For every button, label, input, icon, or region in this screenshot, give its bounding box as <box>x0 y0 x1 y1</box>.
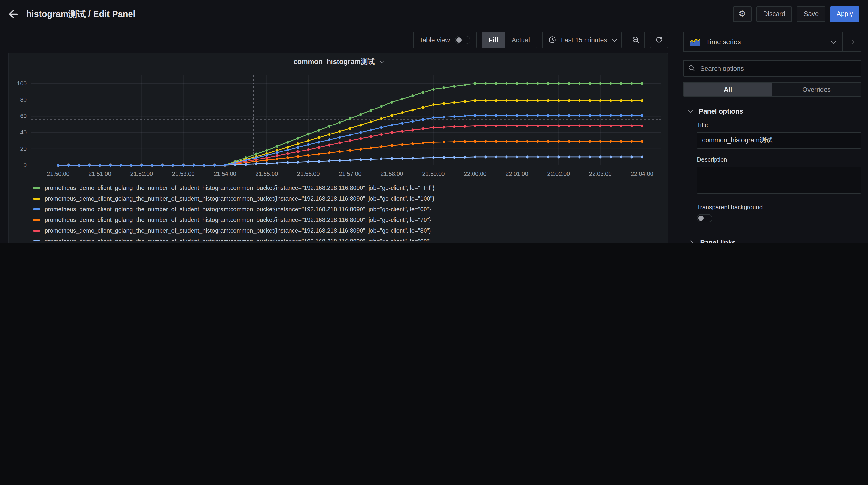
data-point <box>245 159 247 162</box>
data-point <box>297 142 299 145</box>
data-point <box>443 141 445 143</box>
description-input[interactable] <box>697 167 861 194</box>
legend-swatch <box>33 219 40 221</box>
data-point <box>391 131 393 134</box>
options-sidebar: Time series All Overrides Panel options <box>678 28 868 242</box>
data-point <box>370 120 372 123</box>
legend-series-name: prometheus_demo_client_golang_the_number… <box>44 238 431 241</box>
data-point <box>464 100 466 103</box>
legend-item[interactable]: prometheus_demo_client_golang_the_number… <box>33 225 668 236</box>
save-button[interactable]: Save <box>797 6 826 22</box>
data-point <box>411 120 414 123</box>
legend-item[interactable]: prometheus_demo_client_golang_the_number… <box>33 236 668 241</box>
data-point <box>432 126 434 129</box>
data-point <box>495 82 497 85</box>
data-point <box>547 114 549 117</box>
data-point <box>568 140 570 143</box>
filter-overrides[interactable]: Overrides <box>772 83 861 96</box>
data-point <box>526 155 528 158</box>
data-point <box>338 136 341 139</box>
data-point <box>401 143 403 146</box>
transparent-background-switch[interactable] <box>697 214 712 222</box>
data-point <box>557 82 560 85</box>
data-point <box>307 154 309 156</box>
data-point <box>578 124 581 127</box>
data-point <box>286 148 288 151</box>
refresh-button[interactable] <box>650 32 668 48</box>
data-point <box>391 144 393 147</box>
data-point <box>411 156 414 160</box>
display-mode-fill[interactable]: Fill <box>482 32 505 48</box>
legend-swatch <box>33 187 40 189</box>
data-point <box>338 130 341 133</box>
data-point <box>359 113 362 116</box>
data-point <box>641 124 643 127</box>
page-title: histogram测试 / Edit Panel <box>26 8 135 20</box>
panel-title-menu[interactable]: common_histogram测试 <box>9 53 668 70</box>
table-view-switch[interactable] <box>455 36 470 44</box>
data-point <box>349 149 351 152</box>
table-view-toggle[interactable]: Table view <box>413 32 476 48</box>
data-point <box>359 137 362 140</box>
data-point <box>401 157 403 160</box>
data-point <box>109 164 111 167</box>
time-series-viz-icon <box>689 38 700 46</box>
legend-item[interactable]: prometheus_demo_client_golang_the_number… <box>33 204 668 215</box>
data-point <box>380 158 382 161</box>
data-point <box>610 155 612 158</box>
back-button[interactable] <box>8 8 19 19</box>
time-series-chart[interactable]: 02040608010021:50:0021:51:0021:52:0021:5… <box>9 70 666 180</box>
zoom-out-button[interactable] <box>626 32 645 48</box>
data-point <box>453 156 455 159</box>
visualization-picker[interactable]: Time series <box>683 32 843 52</box>
y-axis-tick: 40 <box>20 129 27 136</box>
data-point <box>401 111 403 114</box>
section-title: Panel options <box>699 107 743 115</box>
data-point <box>443 156 445 159</box>
zoom-out-icon <box>631 36 640 44</box>
data-point <box>422 106 424 109</box>
filter-all[interactable]: All <box>684 83 772 96</box>
discard-button[interactable]: Discard <box>756 6 792 22</box>
data-point <box>630 82 632 85</box>
data-point <box>557 124 560 127</box>
data-point <box>422 156 424 159</box>
data-point <box>547 82 549 85</box>
data-point <box>474 155 476 158</box>
x-axis-tick: 22:00:00 <box>464 170 486 177</box>
data-point <box>536 82 539 85</box>
panel: common_histogram测试 02040608010021:50:002… <box>8 53 668 242</box>
data-point <box>192 164 195 167</box>
data-point <box>536 155 539 158</box>
data-point <box>536 140 539 143</box>
panel-options-header[interactable]: Panel options <box>683 101 861 120</box>
data-point <box>391 157 393 160</box>
panel-links-section[interactable]: Panel links <box>683 231 861 242</box>
data-point <box>297 155 299 158</box>
data-point <box>464 125 466 128</box>
time-range-picker[interactable]: Last 15 minutes <box>542 32 622 48</box>
legend-item[interactable]: prometheus_demo_client_golang_the_number… <box>33 215 668 225</box>
data-point <box>485 124 487 127</box>
data-point <box>516 114 518 117</box>
data-point <box>536 124 539 127</box>
data-point <box>641 140 643 143</box>
data-point <box>526 99 528 102</box>
data-point <box>568 82 570 85</box>
display-mode-actual[interactable]: Actual <box>505 32 536 48</box>
data-point <box>474 99 476 102</box>
legend-item[interactable]: prometheus_demo_client_golang_the_number… <box>33 182 668 193</box>
panel-settings-button[interactable]: ⚙ <box>733 6 751 22</box>
data-point <box>516 155 518 158</box>
data-point <box>578 82 581 85</box>
search-options-input[interactable] <box>683 60 861 77</box>
data-point <box>589 155 591 158</box>
collapse-sidebar-button[interactable] <box>843 32 861 52</box>
panel-title-input[interactable] <box>697 132 861 148</box>
legend-item[interactable]: prometheus_demo_client_golang_the_number… <box>33 193 668 204</box>
data-point <box>453 85 455 88</box>
data-point <box>610 124 612 127</box>
y-axis-tick: 0 <box>24 162 27 168</box>
apply-button[interactable]: Apply <box>830 6 859 22</box>
data-point <box>547 155 549 158</box>
